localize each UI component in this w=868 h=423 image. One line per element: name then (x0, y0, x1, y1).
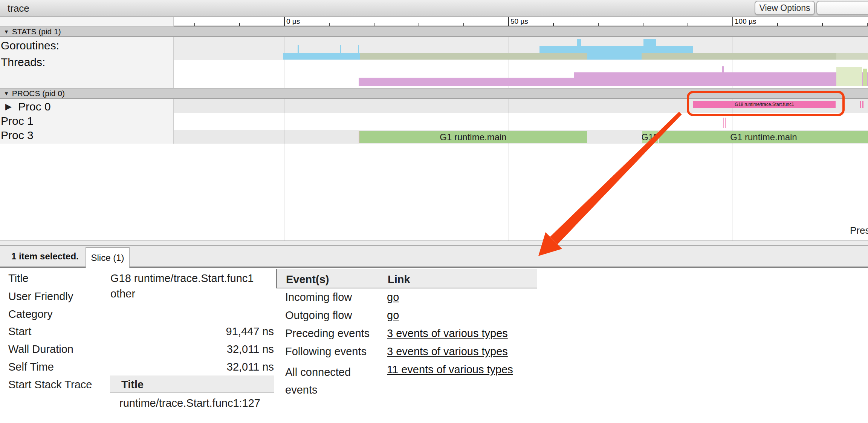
threads-running-bar (574, 72, 868, 86)
window-title: trace (8, 3, 29, 14)
slice-g19[interactable]: G19 (642, 131, 658, 143)
goroutines-running-bar (587, 46, 642, 60)
proc1-track-label: Proc 1 (1, 115, 34, 127)
field-label-user-friendly-category: User Friendly Category (8, 288, 108, 323)
proc0-track-label: Proc 0 (18, 100, 51, 113)
view-options-button[interactable]: View Options (755, 1, 815, 15)
ruler-label-100us: 100 µs (735, 17, 756, 26)
slice-label: G19 (642, 132, 658, 143)
ruler-minor-tick (463, 23, 464, 26)
collapse-triangle-icon: ▼ (4, 29, 9, 35)
selection-count-label: 1 item selected. (11, 251, 79, 262)
panel-splitter[interactable] (0, 241, 868, 246)
goroutines-tick (340, 45, 341, 53)
goroutines-spike (577, 39, 581, 53)
ruler-minor-tick (867, 23, 868, 26)
collapse-triangle-icon: ▼ (4, 90, 9, 97)
link-col-header: Link (388, 273, 410, 286)
proc0-expander-icon[interactable]: ▶ (5, 102, 12, 112)
ruler-label-50us: 50 µs (510, 17, 528, 26)
secondary-toolbar-button[interactable] (816, 1, 868, 15)
field-value-start: 91,447 ns (110, 325, 274, 338)
goroutines-tick (358, 45, 359, 53)
event-link-all-connected-events[interactable]: 11 events of various types (387, 363, 513, 376)
field-value-wall-duration: 32,011 ns (110, 343, 274, 356)
field-label-start-stack-trace: Start Stack Trace (8, 379, 92, 391)
event-row-label: Outgoing flow (285, 309, 352, 322)
event-link-preceding-events[interactable]: 3 events of various types (387, 327, 508, 340)
event-link-following-events[interactable]: 3 events of various types (387, 345, 508, 358)
threads-spike (722, 66, 724, 72)
field-label-self-time: Self Time (8, 361, 54, 373)
field-label-wall-duration: Wall Duration (8, 343, 73, 356)
ruler-minor-tick (777, 23, 778, 26)
trace-viewer-window: trace View Options 0 µs 50 µs 100 µs ▼ S… (0, 0, 868, 423)
field-value-self-time: 32,011 ns (110, 361, 274, 373)
slice-g1-runtime-main[interactable]: G1 runtime.main (659, 131, 868, 143)
ruler-label-0us: 0 µs (286, 17, 300, 26)
stats-header-label: STATS (pid 1) (12, 27, 61, 36)
procs-header-label: PROCS (pid 0) (12, 89, 65, 98)
events-table-header: Event(s) Link (276, 269, 537, 288)
ruler-major-tick (284, 17, 285, 26)
goroutines-tick (298, 45, 299, 53)
slice-g18-trace-start[interactable]: G18 runtime/trace.Start.func1 (693, 101, 836, 108)
procs-section-header[interactable]: ▼ PROCS (pid 0) (0, 88, 868, 99)
ruler-minor-tick (688, 23, 688, 26)
slice-tiny-pink (862, 101, 863, 108)
field-label-title: Title (8, 272, 29, 285)
slice-tiny-pink (725, 118, 726, 128)
ruler-major-tick (732, 17, 733, 26)
bottom-tab-strip (0, 246, 868, 268)
event-row-label: Incoming flow (285, 291, 352, 303)
goroutines-spike (643, 39, 656, 53)
events-col-header: Event(s) (286, 273, 329, 286)
goroutines-track-label: Goroutines: (1, 39, 59, 52)
stats-section-header[interactable]: ▼ STATS (pid 1) (0, 26, 868, 37)
ruler-minor-tick (239, 23, 240, 26)
event-link-outgoing-flow[interactable]: go (387, 309, 399, 322)
event-row-label: All connected events (285, 363, 385, 399)
event-row-label: Preceding events (285, 327, 370, 340)
slice-label: G1 runtime.main (730, 132, 797, 143)
ruler-minor-tick (194, 23, 195, 26)
slice-g1-runtime-main[interactable]: G1 runtime.main (359, 131, 587, 143)
ruler-major-tick (508, 17, 509, 26)
goroutines-runnable-bar-light (836, 53, 868, 60)
view-options-label: View Options (759, 3, 810, 13)
ruler-minor-tick (329, 23, 330, 26)
stack-trace-frame: runtime/trace.Start.func1:127 (119, 397, 260, 409)
ruler-minor-tick (374, 23, 374, 26)
slice-label: G18 runtime/trace.Start.func1 (735, 102, 794, 107)
proc3-track-label: Proc 3 (1, 129, 34, 142)
ruler-minor-tick (598, 23, 599, 26)
ruler-minor-tick (643, 23, 643, 26)
field-value-category: other (110, 288, 135, 300)
threads-running-bar (359, 78, 574, 86)
field-value-title: G18 runtime/trace.Start.func1 (110, 272, 254, 285)
ruler-minor-tick (553, 23, 554, 26)
goroutines-running-bar (283, 53, 360, 60)
stack-trace-header-title: Title (121, 379, 144, 391)
tab-slice[interactable]: Slice (1) (86, 247, 130, 268)
stack-trace-table-header: Title (110, 375, 274, 392)
threads-syscall-bar (836, 67, 862, 86)
event-row-label: Following events (285, 345, 367, 358)
event-link-incoming-flow[interactable]: go (387, 291, 399, 303)
slice-tiny-pink (860, 101, 861, 108)
title-bar: trace (0, 0, 868, 17)
slice-label: G1 runtime.main (440, 132, 506, 143)
threads-syscall-bar (863, 69, 867, 86)
threads-track-label: Threads: (1, 56, 45, 69)
ruler-minor-tick (419, 23, 419, 26)
tab-slice-label: Slice (1) (91, 253, 124, 263)
ruler-minor-tick (822, 23, 823, 26)
help-hint-text: Press (850, 225, 868, 236)
slice-tiny-pink (723, 118, 724, 128)
field-label-start: Start (8, 325, 31, 338)
proc1-track-bg (174, 113, 868, 130)
